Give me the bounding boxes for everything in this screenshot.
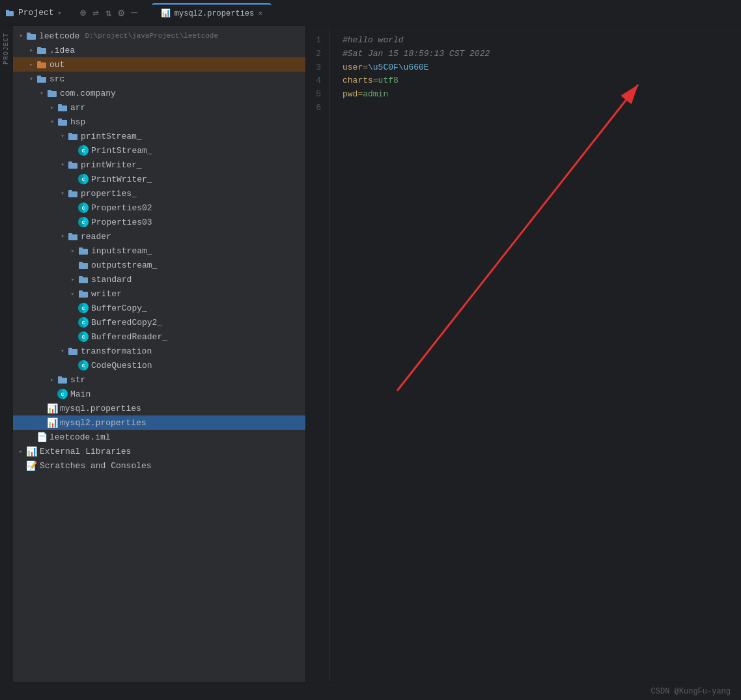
leetcode-iml-label: leetcode.iml [49,432,111,442]
code-line-5: pwd=admin [343,88,728,102]
folder-icon-outputstream [78,260,89,270]
tree-item-com-company[interactable]: com.company [13,86,305,100]
tab-label: mysql2.properties [175,9,254,18]
tree-item-src[interactable]: src [13,72,305,86]
settings-icon[interactable]: ⚙ [119,7,125,20]
tree-item-properties02[interactable]: C Properties02 [13,201,305,215]
folder-svg-src [36,74,47,83]
tree-item-ext-lib[interactable]: 📊 External Libraries [13,444,305,458]
tree-item-mysql2-props[interactable]: 📊 mysql2.properties [13,415,305,430]
tree-item-leetcode-iml[interactable]: 📄 leetcode.iml [13,430,305,444]
arrow-empty4 [68,217,78,227]
ext-lib-label: External Libraries [40,447,131,456]
tree-item-scratches[interactable]: 📝 Scratches and Consoles [13,458,305,473]
arrow-empty8 [68,331,78,342]
arrow-empty2 [68,174,78,184]
tree-item-idea[interactable]: .idea [13,43,305,57]
folder-svg-hsp [57,117,68,126]
hsp-label: hsp [70,117,85,127]
writer-label: writer [91,289,122,299]
tree-item-reader[interactable]: reader [13,229,305,244]
arrow-arr [47,102,57,113]
tree-item-properties03[interactable]: C Properties03 [13,215,305,229]
tree-item-codequestion[interactable]: C CodeQuestion [13,358,305,372]
folder-icon-out [36,60,47,69]
folder-svg-reader [68,232,78,241]
tree-item-out[interactable]: out [13,57,305,72]
tree-item-leetcode[interactable]: leetcode D:\project\javaProject\leetcode [13,29,305,43]
bufferedreader-label: BufferedReader_ [91,332,167,342]
tree-item-inputstream[interactable]: inputstream_ [13,244,305,258]
tab-mysql2[interactable]: 📊 mysql2.properties ✕ [152,3,272,22]
svg-rect-16 [68,134,77,140]
tree-item-printwriter-class[interactable]: C PrintWriter_ [13,172,305,186]
code-line-2: #Sat Jan 15 18:59:13 CST 2022 [343,48,728,61]
folder-icon-inputstream [78,246,89,255]
printwriter-label: printWriter_ [81,160,142,170]
svg-rect-18 [68,163,77,169]
tree-item-properties[interactable]: properties_ [13,186,305,201]
main-label: Main [70,389,91,399]
java-icon-buffercopy: C [78,303,89,313]
svg-rect-35 [58,376,62,378]
tree-item-printstream[interactable]: printStream_ [13,129,305,143]
credit-text: CSDN @KungFu-yang [651,687,731,696]
folder-icon-src [36,74,47,83]
svg-rect-26 [79,263,88,269]
arrow-writer [68,288,78,299]
tree-item-main[interactable]: C Main [13,387,305,401]
svg-rect-32 [68,349,77,355]
folder-icon-idea [36,46,47,55]
tree-item-outputstream[interactable]: outputstream_ [13,258,305,272]
folder-icon-str [57,375,68,384]
tree-item-bufferedreader[interactable]: C BufferedReader_ [13,329,305,344]
sync-icon[interactable]: ⇌ [92,7,99,20]
arrow-printstream [57,131,68,141]
idea-label: .idea [49,46,75,55]
dropdown-arrow[interactable]: ▾ [58,9,62,17]
properties03-label: Properties03 [91,217,152,227]
folder-svg-writer [78,289,89,298]
tree-container[interactable]: leetcode D:\project\javaProject\leetcode… [13,26,305,682]
folder-svg-idea [36,46,47,55]
tree-item-standard[interactable]: standard [13,272,305,287]
tab-close-button[interactable]: ✕ [258,8,262,18]
svg-rect-22 [68,234,77,240]
collapse-icon[interactable]: ⇅ [105,7,112,20]
java-icon-printstream: C [78,145,89,156]
tree-item-mysql-props[interactable]: 📊 mysql.properties [13,401,305,415]
java-icon-printwriter: C [78,174,89,184]
code-line-1: #hello world [343,34,728,48]
arrow-empty7 [68,317,78,328]
folder-icon-arr [57,103,68,112]
project-title: Project [18,8,54,18]
tree-item-transformation[interactable]: transformation [13,344,305,358]
arrow-empty5 [68,260,78,270]
tree-item-bufferedcopy2[interactable]: C BufferedCopy2_ [13,315,305,329]
svg-rect-0 [6,11,14,16]
tree-item-arr[interactable]: arr [13,100,305,115]
tree-item-hsp[interactable]: hsp [13,115,305,129]
tree-item-writer[interactable]: writer [13,287,305,301]
src-label: src [49,74,64,84]
comment-1: #hello world [343,35,404,45]
svg-rect-12 [58,105,67,111]
tree-item-printwriter[interactable]: printWriter_ [13,158,305,172]
key-charts: charts= [343,76,378,85]
code-content[interactable]: #hello world #Sat Jan 15 18:59:13 CST 20… [329,26,741,682]
svg-rect-13 [58,104,62,106]
add-icon[interactable]: ⊕ [80,7,87,20]
sidebar-strip: Project [0,26,13,682]
project-label[interactable]: Project ▾ [5,8,62,18]
svg-rect-8 [37,77,46,83]
tree-item-printstream-class[interactable]: C PrintStream_ [13,143,305,158]
minimize-icon[interactable]: — [131,7,137,19]
tree-item-str[interactable]: str [13,372,305,387]
tree-item-buffercopy[interactable]: C BufferCopy_ [13,301,305,315]
properties-icon-mysql2: 📊 [47,417,57,428]
key-pwd: pwd= [343,89,363,99]
svg-rect-30 [79,292,88,298]
line-num-5: 5 [311,88,321,102]
buffercopy-label: BufferCopy_ [91,303,147,313]
arrow-out [26,59,36,70]
